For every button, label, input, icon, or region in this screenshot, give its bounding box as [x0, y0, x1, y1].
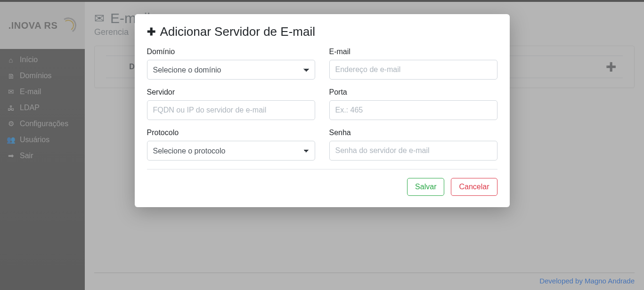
protocolo-label: Protocolo	[147, 129, 315, 137]
email-input[interactable]	[329, 60, 497, 80]
modal-divider	[147, 169, 497, 169]
add-email-server-modal: ✚ Adicionar Servidor de E-mail Domínio S…	[135, 14, 510, 207]
senha-input[interactable]	[329, 141, 497, 161]
senha-label: Senha	[329, 129, 497, 137]
porta-input[interactable]	[329, 100, 497, 120]
servidor-input[interactable]	[147, 100, 315, 120]
save-button[interactable]: Salvar	[407, 178, 444, 196]
modal-title: ✚ Adicionar Servidor de E-mail	[147, 24, 497, 39]
cancel-button[interactable]: Cancelar	[451, 178, 497, 196]
porta-label: Porta	[329, 88, 497, 97]
servidor-label: Servidor	[147, 88, 315, 97]
plus-icon: ✚	[147, 26, 155, 38]
protocolo-select[interactable]: Selecione o protocolo	[147, 141, 315, 161]
modal-title-text: Adicionar Servidor de E-mail	[160, 24, 315, 39]
dominio-label: Domínio	[147, 48, 315, 56]
email-label: E-mail	[329, 48, 497, 56]
dominio-select[interactable]: Selecione o domínio	[147, 60, 315, 80]
